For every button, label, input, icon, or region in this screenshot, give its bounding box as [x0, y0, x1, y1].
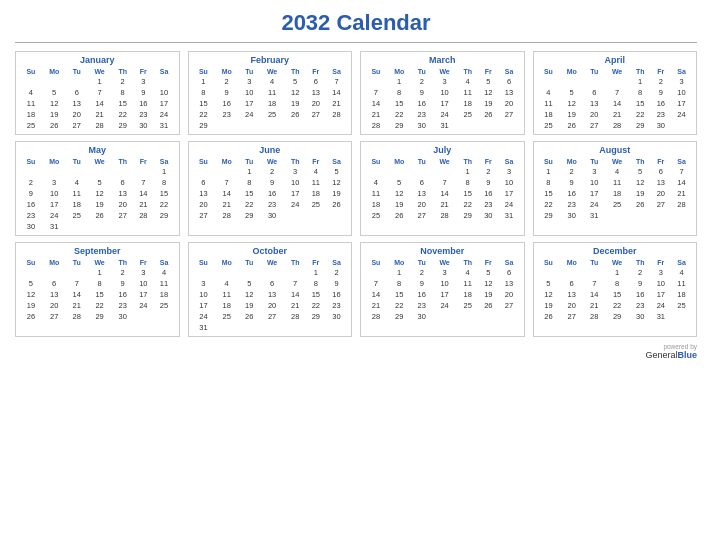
table-row: 891011121314 [193, 87, 348, 98]
day-cell: 19 [239, 300, 259, 311]
table-row: 12131415161718 [538, 289, 693, 300]
day-cell [387, 166, 412, 177]
day-header: We [259, 67, 284, 76]
table-row: 10111213141516 [193, 289, 348, 300]
day-cell: 23 [214, 109, 239, 120]
day-cell: 6 [112, 177, 133, 188]
day-header: Th [630, 157, 651, 166]
day-header: Su [365, 157, 387, 166]
table-row: 45678910 [20, 87, 175, 98]
table-row: 282930 [365, 311, 520, 322]
day-header: We [87, 157, 112, 166]
month-table-may: SuMoTuWeThFrSa12345678910111213141516171… [20, 157, 175, 232]
day-header: Fr [478, 157, 498, 166]
title-divider [15, 42, 697, 43]
day-header: Th [457, 67, 478, 76]
day-cell [538, 267, 560, 278]
day-cell: 1 [87, 267, 112, 278]
day-cell: 12 [478, 87, 498, 98]
day-cell: 24 [671, 109, 692, 120]
day-cell: 12 [559, 98, 584, 109]
day-cell [651, 210, 671, 221]
day-cell: 16 [214, 98, 239, 109]
day-cell: 30 [478, 210, 498, 221]
day-cell: 11 [306, 177, 326, 188]
day-cell: 30 [133, 120, 153, 131]
month-block-november: NovemberSuMoTuWeThFrSa123456789101112131… [360, 242, 525, 337]
month-block-march: MarchSuMoTuWeThFrSa123456789101112131415… [360, 51, 525, 135]
day-cell: 7 [604, 87, 629, 98]
month-table-june: SuMoTuWeThFrSa12345678910111213141516171… [193, 157, 348, 221]
day-cell: 12 [326, 177, 347, 188]
day-cell: 15 [604, 289, 629, 300]
table-row: 18192021222324 [538, 109, 693, 120]
table-row: 1234567 [538, 166, 693, 177]
day-cell [214, 166, 239, 177]
day-cell: 25 [457, 300, 478, 311]
day-header: We [432, 67, 457, 76]
day-cell [214, 267, 239, 278]
day-header: Fr [651, 157, 671, 166]
table-row: 123456 [365, 76, 520, 87]
day-cell: 5 [285, 76, 306, 87]
day-cell: 27 [584, 120, 604, 131]
day-cell: 1 [387, 267, 412, 278]
day-cell: 24 [42, 210, 67, 221]
table-row: 24252627282930 [193, 311, 348, 322]
day-header: Th [285, 258, 306, 267]
month-table-march: SuMoTuWeThFrSa12345678910111213141516171… [365, 67, 520, 131]
day-header: Sa [499, 157, 520, 166]
day-cell: 18 [457, 98, 478, 109]
day-cell: 8 [87, 278, 112, 289]
day-cell: 18 [365, 199, 387, 210]
day-cell [671, 120, 692, 131]
day-cell: 10 [42, 188, 67, 199]
day-cell: 4 [67, 177, 87, 188]
day-cell: 1 [239, 166, 259, 177]
day-cell: 4 [365, 177, 387, 188]
day-cell [432, 311, 457, 322]
day-cell: 30 [20, 221, 42, 232]
day-cell: 10 [671, 87, 692, 98]
day-cell: 21 [67, 300, 87, 311]
day-cell: 17 [584, 188, 604, 199]
day-cell: 12 [538, 289, 560, 300]
day-cell: 27 [499, 300, 520, 311]
day-cell: 15 [538, 188, 560, 199]
day-cell [214, 120, 239, 131]
table-row: 15161718192021 [538, 188, 693, 199]
day-cell [604, 210, 629, 221]
day-cell: 21 [365, 300, 387, 311]
day-cell: 14 [671, 177, 692, 188]
day-cell: 9 [412, 87, 432, 98]
table-row: 20212223242526 [193, 199, 348, 210]
day-cell: 10 [499, 177, 520, 188]
day-cell: 24 [133, 300, 153, 311]
day-header: Tu [239, 67, 259, 76]
day-cell: 30 [326, 311, 347, 322]
day-cell: 11 [365, 188, 387, 199]
day-cell: 23 [412, 300, 432, 311]
day-header: Mo [387, 157, 412, 166]
day-cell: 5 [326, 166, 347, 177]
day-cell: 19 [326, 188, 347, 199]
day-cell: 19 [478, 289, 498, 300]
day-cell: 9 [214, 87, 239, 98]
day-cell: 11 [259, 87, 284, 98]
day-header: Sa [671, 157, 692, 166]
day-header: Mo [42, 157, 67, 166]
day-header: Fr [306, 258, 326, 267]
day-cell: 31 [193, 322, 215, 333]
day-cell [365, 76, 387, 87]
day-cell: 5 [387, 177, 412, 188]
day-header: Sa [154, 157, 175, 166]
month-name-november: November [365, 246, 520, 256]
day-cell [20, 76, 42, 87]
day-cell: 5 [20, 278, 42, 289]
table-row: 23242526272829 [20, 210, 175, 221]
day-header: We [87, 258, 112, 267]
day-header: Mo [42, 258, 67, 267]
day-cell: 26 [87, 210, 112, 221]
day-cell [133, 221, 153, 232]
day-cell [154, 221, 175, 232]
